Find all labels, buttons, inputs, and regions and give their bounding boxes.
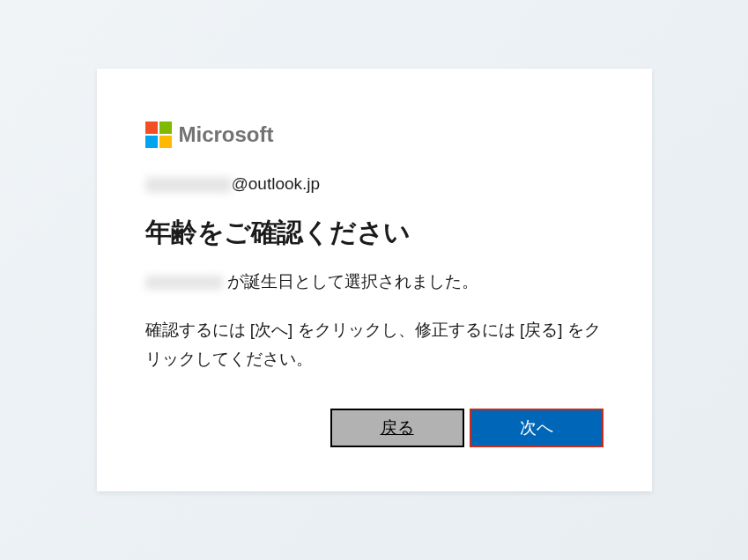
back-button[interactable]: 戻る: [330, 409, 464, 447]
account-email: @outlook.jp: [145, 174, 604, 194]
redacted-username: [145, 177, 232, 193]
microsoft-logo-icon: [145, 122, 172, 148]
instruction-text: 確認するには [次へ] をクリックし、修正するには [戻る] をクリックしてくだ…: [145, 316, 604, 373]
brand-name: Microsoft: [179, 122, 274, 147]
next-button[interactable]: 次へ: [470, 409, 604, 447]
button-row: 戻る 次へ: [145, 409, 604, 447]
birthday-suffix: が誕生日として選択されました。: [223, 272, 478, 291]
email-domain: @outlook.jp: [232, 174, 321, 193]
dialog-title: 年齢をご確認ください: [145, 215, 604, 251]
birthday-line: が誕生日として選択されました。: [145, 270, 604, 293]
age-confirmation-dialog: Microsoft @outlook.jp 年齢をご確認ください が誕生日として…: [97, 69, 652, 491]
brand-header: Microsoft: [145, 122, 604, 148]
redacted-birthday: [145, 276, 223, 290]
